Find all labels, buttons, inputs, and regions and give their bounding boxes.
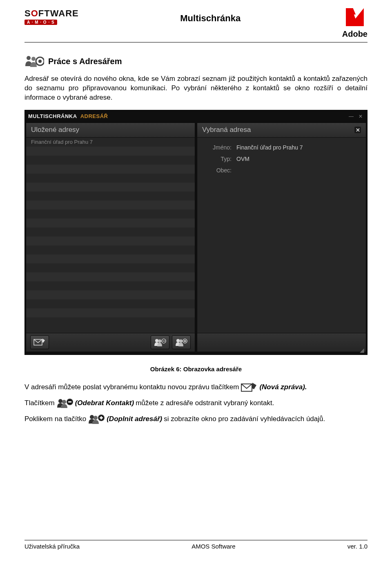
titlebar-app-name: MULTISCHRÁNKA <box>28 113 77 119</box>
left-panel-toolbar <box>26 333 195 352</box>
selected-address-header: Vybraná adresa ✕ <box>197 123 366 138</box>
address-details: Jméno: Finanční úřad pro Prahu 7 Typ: OV… <box>197 138 366 333</box>
detail-value-name: Finanční úřad pro Prahu 7 <box>236 144 303 151</box>
section-heading: Práce s Adresářem <box>24 54 368 69</box>
page-footer: Uživatelská příručka AMOS Software ver. … <box>24 540 368 550</box>
page-title: Multischránka <box>180 13 241 24</box>
remove-contact-icon <box>56 397 74 409</box>
new-message-icon <box>33 338 46 347</box>
list-item[interactable] <box>26 165 195 174</box>
list-item[interactable] <box>26 174 195 183</box>
svg-point-20 <box>94 416 98 420</box>
section-title: Práce s Adresářem <box>48 57 122 66</box>
titlebar-section-name: ADRESÁŘ <box>80 113 108 119</box>
header-divider <box>24 42 368 42</box>
list-item[interactable] <box>26 290 195 299</box>
list-item[interactable] <box>26 236 195 245</box>
list-item[interactable] <box>26 147 195 156</box>
body-line-remove-contact: Tlačítkem (Odebrat Kontakt) můžete z adr… <box>24 397 368 409</box>
detail-label-city: Obec: <box>203 167 232 174</box>
adobe-logo-icon <box>346 8 364 26</box>
list-item[interactable] <box>26 308 195 317</box>
list-item[interactable] <box>26 254 195 263</box>
figure-caption: Obrázek 6: Obrazovka adresáře <box>24 366 368 372</box>
new-message-button[interactable] <box>30 335 49 349</box>
people-at-icon <box>24 54 44 69</box>
list-item[interactable] <box>26 299 195 308</box>
list-item[interactable] <box>26 245 195 254</box>
footer-right: ver. 1.0 <box>347 543 368 550</box>
body-line-add-contact: Poklikem na tlačítko (Doplnit adresář) s… <box>24 413 368 425</box>
svg-point-16 <box>62 400 66 404</box>
titlebar: MULTISCHRÁNKA ADRESÁŘ — ✕ <box>25 110 367 123</box>
body-line-new-message: V adresáři můžete poslat vybranému konta… <box>24 381 368 393</box>
footer-left: Uživatelská příručka <box>24 543 80 550</box>
page-header: SOFTWARE A · M · O · S Multischránka Ado… <box>24 8 368 39</box>
list-item[interactable] <box>26 192 195 201</box>
list-item[interactable] <box>26 156 195 165</box>
svg-point-19 <box>90 415 94 419</box>
panel-close-button[interactable]: ✕ <box>354 127 361 133</box>
list-item[interactable] <box>26 227 195 236</box>
selected-address-panel: Vybraná adresa ✕ Jméno: Finanční úřad pr… <box>197 123 366 352</box>
list-item[interactable] <box>26 210 195 219</box>
right-panel-toolbar <box>197 333 366 352</box>
svg-point-10 <box>179 339 183 343</box>
footer-center: AMOS Software <box>192 543 236 550</box>
saved-addresses-header: Uložené adresy <box>26 123 195 138</box>
svg-point-0 <box>27 56 31 60</box>
amos-software-logo: SOFTWARE A · M · O · S <box>24 8 79 25</box>
remove-contact-button[interactable] <box>151 335 169 349</box>
list-item[interactable] <box>26 201 195 210</box>
app-window: MULTISCHRÁNKA ADRESÁŘ — ✕ Uložené adresy… <box>24 110 368 355</box>
detail-label-name: Jméno: <box>203 144 232 151</box>
svg-point-1 <box>31 57 36 61</box>
new-message-icon <box>241 381 258 393</box>
list-item[interactable] <box>26 281 195 290</box>
remove-contact-icon <box>154 338 166 347</box>
svg-point-3 <box>38 60 42 63</box>
list-item[interactable] <box>26 272 195 281</box>
svg-point-5 <box>155 339 158 342</box>
list-item[interactable] <box>26 219 195 227</box>
adobe-logo: Adobe <box>342 8 368 39</box>
saved-addresses-title: Uložené adresy <box>31 126 79 134</box>
detail-label-type: Typ: <box>203 156 232 162</box>
svg-point-6 <box>158 339 161 343</box>
svg-point-15 <box>58 399 62 403</box>
close-button[interactable]: ✕ <box>357 114 364 119</box>
resize-grip-icon[interactable]: ◢ <box>360 347 365 353</box>
detail-value-type: OVM <box>236 156 249 162</box>
svg-point-9 <box>176 339 180 342</box>
saved-addresses-list: Finanční úřad pro Prahu 7 <box>26 138 195 333</box>
selected-address-title: Vybraná adresa <box>202 126 251 134</box>
list-item[interactable]: Finanční úřad pro Prahu 7 <box>26 138 195 147</box>
add-contact-icon <box>88 413 105 425</box>
saved-addresses-panel: Uložené adresy Finanční úřad pro Prahu 7 <box>26 123 195 352</box>
section-paragraph: Adresář se otevírá do nového okna, kde s… <box>24 74 368 103</box>
list-item[interactable] <box>26 183 195 192</box>
minimize-button[interactable]: — <box>347 114 355 119</box>
add-contact-button[interactable] <box>172 335 191 349</box>
add-contact-icon <box>175 338 187 347</box>
list-item[interactable] <box>26 263 195 272</box>
